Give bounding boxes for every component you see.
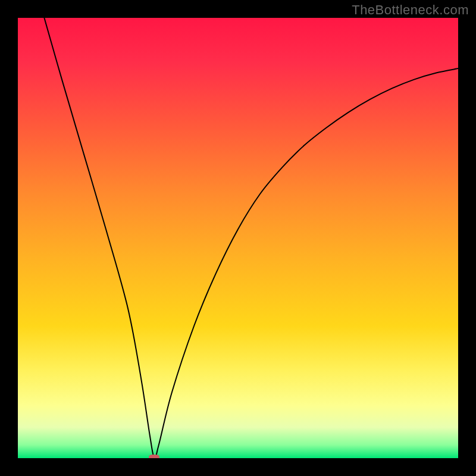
bottleneck-curve (18, 18, 458, 458)
watermark-text: TheBottleneck.com (352, 2, 469, 18)
chart-frame: TheBottleneck.com (0, 0, 476, 476)
plot-area (18, 18, 458, 458)
optimum-marker (149, 455, 159, 458)
